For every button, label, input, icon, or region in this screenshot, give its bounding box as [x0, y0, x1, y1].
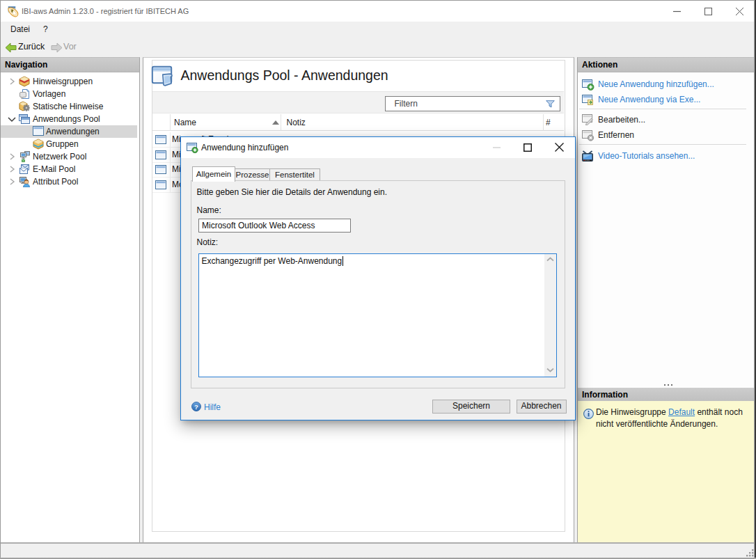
- svg-text:?: ?: [194, 403, 198, 411]
